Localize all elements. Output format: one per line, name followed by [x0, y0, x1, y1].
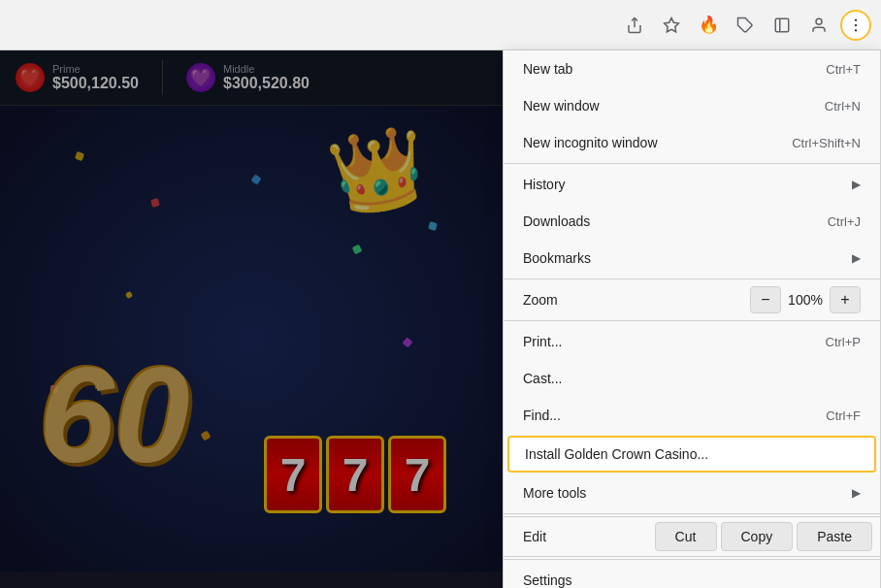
page-overlay [0, 50, 505, 588]
svg-point-8 [855, 29, 857, 31]
edit-label: Edit [504, 521, 655, 552]
history-label: History [523, 177, 844, 192]
account-icon[interactable] [803, 10, 834, 41]
install-label: Install Golden Crown Casino... [525, 446, 859, 462]
puzzle-icon[interactable] [730, 10, 761, 41]
svg-point-6 [855, 18, 857, 20]
menu-item-history[interactable]: History ▶ [504, 166, 880, 203]
edit-buttons: Cut Copy Paste [655, 522, 873, 551]
menu-item-find[interactable]: Find... Ctrl+F [504, 397, 880, 434]
chrome-context-menu: New tab Ctrl+T New window Ctrl+N New inc… [503, 50, 881, 588]
chrome-toolbar: 🔥 [0, 0, 881, 50]
new-tab-shortcut: Ctrl+T [826, 62, 861, 77]
zoom-controls: − 100% + [750, 286, 861, 313]
new-incognito-label: New incognito window [523, 135, 753, 150]
menu-item-bookmarks[interactable]: Bookmarks ▶ [504, 240, 880, 277]
new-window-label: New window [523, 98, 786, 114]
more-tools-arrow: ▶ [852, 486, 861, 500]
menu-item-cast[interactable]: Cast... [504, 360, 880, 397]
paste-button[interactable]: Paste [797, 522, 872, 551]
sep-2 [504, 278, 880, 279]
svg-rect-3 [775, 18, 789, 32]
sep-5 [504, 559, 880, 560]
edit-row: Edit Cut Copy Paste [504, 516, 880, 557]
menu-item-print[interactable]: Print... Ctrl+P [504, 323, 880, 360]
find-label: Find... [523, 408, 787, 423]
menu-item-new-incognito[interactable]: New incognito window Ctrl+Shift+N [504, 124, 880, 161]
dots-menu-icon[interactable] [840, 10, 871, 41]
cast-label: Cast... [523, 371, 861, 386]
cut-button[interactable]: Cut [655, 522, 717, 551]
menu-item-more-tools[interactable]: More tools ▶ [504, 474, 880, 511]
menu-item-downloads[interactable]: Downloads Ctrl+J [504, 203, 880, 240]
svg-marker-1 [665, 17, 679, 31]
svg-point-7 [855, 23, 857, 25]
share-icon[interactable] [619, 10, 650, 41]
menu-item-new-window[interactable]: New window Ctrl+N [504, 87, 880, 124]
more-tools-label: More tools [523, 485, 844, 501]
find-shortcut: Ctrl+F [826, 408, 861, 423]
new-window-shortcut: Ctrl+N [825, 99, 861, 114]
downloads-shortcut: Ctrl+J [828, 214, 861, 229]
bookmarks-arrow: ▶ [852, 251, 861, 265]
downloads-label: Downloads [523, 213, 789, 229]
bookmarks-label: Bookmarks [523, 250, 844, 266]
new-incognito-shortcut: Ctrl+Shift+N [792, 136, 861, 150]
settings-label: Settings [523, 572, 861, 588]
menu-item-install[interactable]: Install Golden Crown Casino... [507, 436, 876, 473]
zoom-value: 100% [781, 292, 830, 308]
sep-3 [504, 320, 880, 321]
history-arrow: ▶ [852, 178, 861, 191]
print-shortcut: Ctrl+P [826, 335, 861, 349]
menu-item-new-tab[interactable]: New tab Ctrl+T [504, 50, 880, 87]
sidebar-icon[interactable] [767, 10, 798, 41]
svg-point-5 [816, 18, 822, 24]
menu-item-settings[interactable]: Settings [504, 562, 880, 588]
print-label: Print... [523, 334, 787, 349]
sep-1 [504, 163, 880, 164]
sep-4 [504, 513, 880, 514]
star-icon[interactable] [656, 10, 687, 41]
zoom-row: Zoom − 100% + [504, 281, 880, 318]
new-tab-label: New tab [523, 61, 787, 77]
toolbar-icons: 🔥 [619, 10, 871, 41]
copy-button[interactable]: Copy [721, 522, 794, 551]
zoom-plus-button[interactable]: + [830, 286, 861, 313]
zoom-label: Zoom [523, 292, 711, 308]
zoom-minus-button[interactable]: − [750, 286, 781, 313]
casino-background: 🔥 [0, 0, 881, 588]
fire-icon[interactable]: 🔥 [693, 10, 724, 41]
